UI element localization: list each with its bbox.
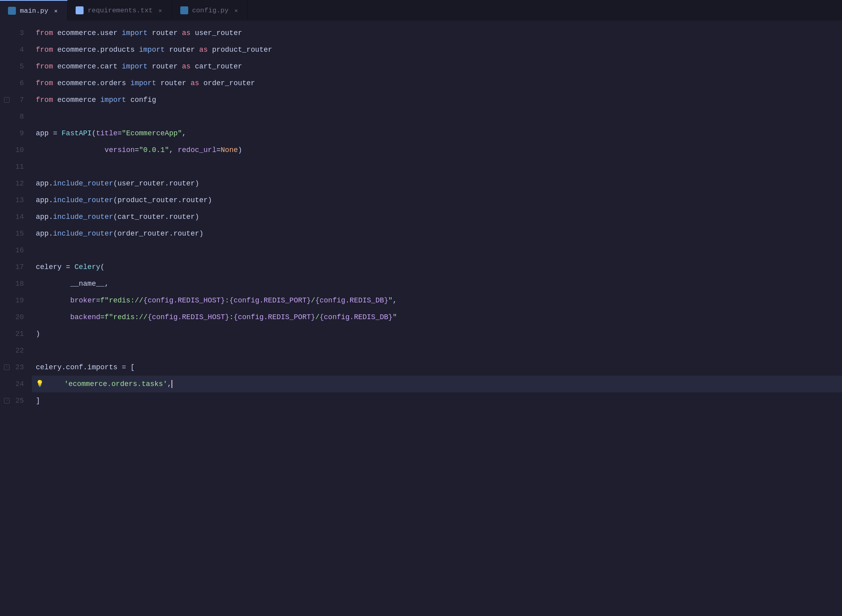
code-line-3: from ecommerce.user import router as use… [32, 25, 842, 41]
code-line-8 [32, 108, 842, 125]
code-text-15b: (order_router.router) [113, 225, 203, 242]
line-number-7: − 7 [0, 92, 32, 108]
tab-config-py-label: config.py [192, 7, 229, 14]
code-text-21: ) [36, 326, 40, 342]
code-line-5: from ecommerce.cart import router as car… [32, 58, 842, 75]
kw-from-3: from [36, 25, 53, 41]
str-version: "0.0.1" [139, 142, 169, 158]
kw-as-6: as [191, 75, 199, 92]
tab-requirements-txt[interactable]: requirements.txt ✕ [68, 0, 172, 21]
editor-container: main.py ✕ requirements.txt ✕ config.py ✕… [0, 0, 842, 616]
code-text-14a: app. [36, 209, 53, 225]
tab-requirements-txt-close[interactable]: ✕ [157, 7, 164, 14]
fold-23[interactable]: − [4, 365, 10, 370]
code-line-6: from ecommerce.orders import router as o… [32, 75, 842, 92]
fstr-expr-20a: {config.REDIS_HOST} [148, 309, 229, 326]
fstr-expr-19b: {config.REDIS_PORT} [229, 292, 311, 309]
method-include-router-13: include_router [53, 192, 113, 209]
line-number-21: 21 [0, 326, 32, 342]
param-version: version [105, 142, 135, 158]
fstr-expr-19c: {config.REDIS_DB} [315, 292, 388, 309]
lightbulb-icon: 💡 [36, 376, 44, 392]
code-text-12b: (user_router.router) [113, 175, 199, 192]
tab-config-py[interactable]: config.py ✕ [172, 0, 248, 21]
tab-main-py-close[interactable]: ✕ [52, 7, 59, 14]
code-line-19: broker = f"redis://{config.REDIS_HOST}:{… [32, 292, 842, 309]
code-area: 3 4 5 6 − 7 8 9 10 11 12 13 14 15 16 17 … [0, 21, 842, 616]
line-number-14: 14 [0, 209, 32, 225]
kw-import-4: import [139, 41, 165, 58]
code-text-14b: (cart_router.router) [113, 209, 199, 225]
kw-from-6: from [36, 75, 53, 92]
tab-main-py[interactable]: main.py ✕ [0, 0, 68, 21]
kw-import-6: import [131, 75, 156, 92]
code-text-19c: , [393, 292, 397, 309]
code-line-13: app. include_router (product_router.rout… [32, 192, 842, 209]
code-text-4b: router [165, 41, 199, 58]
cls-fastapi: FastAPI [62, 125, 92, 142]
line-number-22: 22 [0, 342, 32, 359]
code-content[interactable]: from ecommerce.user import router as use… [32, 21, 842, 616]
code-text-12a: app. [36, 175, 53, 192]
line-number-9: 9 [0, 125, 32, 142]
tab-config-py-close[interactable]: ✕ [232, 7, 240, 14]
code-line-14: app. include_router (cart_router.router) [32, 209, 842, 225]
kw-from-5: from [36, 58, 53, 75]
tab-main-py-label: main.py [20, 7, 48, 15]
code-line-12: app. include_router (user_router.router) [32, 175, 842, 192]
line-number-8: 8 [0, 108, 32, 125]
code-line-21: ) [32, 326, 842, 342]
line-number-19: 19 [0, 292, 32, 309]
code-text-5c: cart_router [191, 58, 242, 75]
code-text-7b: config [126, 92, 156, 108]
tab-bar: main.py ✕ requirements.txt ✕ config.py ✕ [0, 0, 842, 21]
code-text-9d: , [182, 125, 186, 142]
fstr-broker-4: " [388, 292, 393, 309]
code-text-19b: = [96, 292, 100, 309]
line-number-13: 13 [0, 192, 32, 209]
method-include-router-15: include_router [53, 225, 113, 242]
code-text-20a [36, 309, 70, 326]
line-number-25: − 25 [0, 392, 32, 409]
kw-as-5: as [182, 58, 191, 75]
code-text-9b: ( [92, 125, 96, 142]
code-line-7: from ecommerce import config [32, 92, 842, 108]
code-line-11 [32, 158, 842, 175]
code-text-13b: (product_router.router) [113, 192, 212, 209]
code-text-10c: , [169, 142, 178, 158]
kw-as-4: as [199, 41, 208, 58]
line-number-23: − 23 [0, 359, 32, 376]
code-line-16 [32, 242, 842, 259]
fstr-backend: f"redis:// [105, 309, 148, 326]
code-text-18a: __name__, [36, 275, 109, 292]
code-text-3b: router [148, 25, 182, 41]
config-file-icon [180, 6, 188, 14]
fold-25[interactable]: − [4, 398, 10, 404]
kw-as-3: as [182, 25, 191, 41]
code-line-23: celery.conf.imports = [ [32, 359, 842, 376]
str-tasks: 'ecommerce.orders.tasks' [64, 376, 167, 392]
code-text-10d: = [216, 142, 221, 158]
code-text-10a [36, 142, 105, 158]
param-title: title [96, 125, 117, 142]
code-text-3c: user_router [191, 25, 242, 41]
fstr-expr-20b: {config.REDIS_PORT} [234, 309, 315, 326]
kw-import-7: import [100, 92, 126, 108]
kw-import-5: import [122, 58, 148, 75]
code-text-4c: product_router [208, 41, 272, 58]
code-text-6b: router [156, 75, 190, 92]
line-number-5: 5 [0, 58, 32, 75]
kw-none: None [221, 142, 238, 158]
fstr-backend-2: : [229, 309, 234, 326]
code-text-25: ] [36, 392, 40, 409]
code-text-6a: ecommerce.orders [53, 75, 130, 92]
code-line-24: 💡 'ecommerce.orders.tasks' , [32, 376, 842, 392]
fstr-broker-2: : [225, 292, 229, 309]
code-text-5a: ecommerce.cart [53, 58, 122, 75]
code-text-19a [36, 292, 70, 309]
line-number-17: 17 [0, 259, 32, 275]
fold-7[interactable]: − [4, 97, 10, 103]
fstr-backend-3: / [315, 309, 320, 326]
code-text-17b: ( [100, 259, 105, 275]
line-number-6: 6 [0, 75, 32, 92]
